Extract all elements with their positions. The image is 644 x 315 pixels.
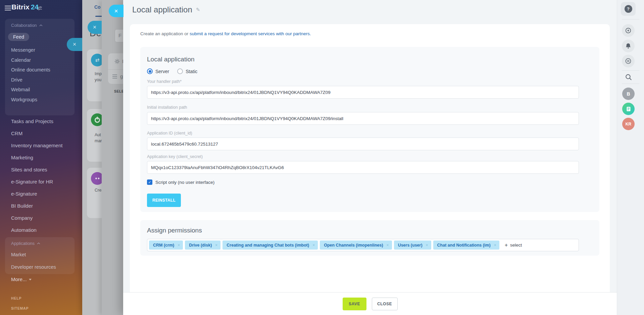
application-id-label: Application ID (client_id) <box>147 131 192 136</box>
card-text: Imp <box>95 71 102 76</box>
sidebar-item-online-documents[interactable]: Online documents <box>11 67 50 72</box>
remove-tag-icon[interactable]: × <box>215 243 217 248</box>
backdrop-tab: Co <box>94 4 101 10</box>
backdrop-filter-input: F <box>115 29 123 42</box>
permission-tag-drive[interactable]: Drive (disk)× <box>185 241 220 250</box>
sidebar-item-esignature-hr[interactable]: e-Signature for HR <box>11 179 62 185</box>
sidebar-item-company[interactable]: Company <box>11 215 62 221</box>
application-key-input[interactable] <box>147 161 579 174</box>
save-button[interactable]: SAVE <box>343 298 366 310</box>
list-icon <box>112 74 117 80</box>
backdrop-select-button: SELE <box>114 89 123 93</box>
permission-tag-imopenlines[interactable]: Open Channels (imopenlines)× <box>320 241 392 250</box>
search-button[interactable] <box>625 73 633 83</box>
search-icon <box>625 73 633 82</box>
installation-path-input[interactable] <box>147 112 579 125</box>
messenger-button[interactable] <box>622 55 635 67</box>
backdrop-card-automation: Aut mar <box>87 109 102 162</box>
avatar-b[interactable]: B <box>622 88 635 100</box>
permissions-select[interactable]: CRM (crm)× Drive (disk)× Creating and ma… <box>147 239 579 251</box>
backdrop-panel-intermediate: F I g SELE <box>102 0 123 315</box>
avatar-kr[interactable]: KR <box>622 118 635 130</box>
help-icon: ? <box>625 5 632 13</box>
close-intermediate-slider-icon: × <box>88 21 102 34</box>
permission-tag-im[interactable]: Chat and Notifications (im)× <box>433 241 499 250</box>
close-slider-button[interactable]: × <box>109 5 123 17</box>
section-heading: Local application <box>147 56 195 63</box>
tag-label: Creating and managing Chat bots (imbot) <box>227 243 309 248</box>
sidebar-item-marketing[interactable]: Marketing <box>11 155 62 161</box>
sidebar-item-webmail[interactable]: Webmail <box>11 87 30 92</box>
menu-icon[interactable] <box>5 6 11 12</box>
remove-tag-icon[interactable]: × <box>494 243 496 248</box>
sidebar-item-more[interactable]: More... <box>11 276 32 282</box>
remove-tag-icon[interactable]: × <box>387 243 389 248</box>
edit-title-icon[interactable]: ✎ <box>196 7 200 13</box>
radio-server[interactable]: Server <box>147 68 169 74</box>
sidebar-item-market[interactable]: Market <box>11 252 26 257</box>
right-toolbar: ? B KR <box>617 0 644 315</box>
gear-icon <box>114 58 120 64</box>
sidebar-item-sites-and-stores[interactable]: Sites and stores <box>11 167 62 173</box>
card-text: Crea <box>95 188 102 193</box>
row-text: g <box>120 73 123 79</box>
import-icon: ⇄ <box>91 54 102 66</box>
radio-static[interactable]: Static <box>177 68 197 74</box>
sidebar-group-collaboration: Collaboration Feed Messenger Calendar On… <box>5 19 75 115</box>
installation-path-label: Initial installation path <box>147 105 187 110</box>
news-button[interactable] <box>622 103 635 115</box>
permission-tag-user[interactable]: Users (user)× <box>394 241 431 250</box>
chevron-up-icon <box>39 24 43 27</box>
permission-tag-imbot[interactable]: Creating and managing Chat bots (imbot)× <box>222 241 318 250</box>
app-logo[interactable]: Bitrix24 <box>11 3 39 11</box>
divider <box>622 19 639 19</box>
sidebar-item-messenger[interactable]: Messenger <box>11 47 35 53</box>
sidebar-sitemap-link[interactable]: SITEMAP <box>11 306 29 310</box>
more-label: More... <box>11 276 27 282</box>
application-id-input[interactable] <box>147 138 579 150</box>
script-only-label: Script only (no user interface) <box>155 180 214 185</box>
sidebar-item-developer-resources[interactable]: Developer resources <box>11 264 56 270</box>
sidebar-item-tasks-and-projects[interactable]: Tasks and Projects <box>11 118 62 124</box>
add-permission-button[interactable]: +select <box>505 242 522 248</box>
reinstall-button[interactable]: REINSTALL <box>147 194 181 207</box>
divider <box>622 70 639 71</box>
section-heading: Assign permissions <box>147 227 202 234</box>
customize-menu-icon[interactable] <box>37 5 42 11</box>
sidebar-item-calendar[interactable]: Calendar <box>11 57 31 63</box>
handler-path-input[interactable] <box>147 86 579 99</box>
group-label-text: Applications <box>11 241 35 246</box>
sidebar-item-feed[interactable]: Feed <box>8 33 29 41</box>
sidebar-item-drive[interactable]: Drive <box>11 77 22 83</box>
dots-icon <box>91 172 102 185</box>
sidebar-item-inventory-management[interactable]: Inventory management <box>11 143 62 149</box>
script-only-checkbox[interactable]: ✓ <box>147 179 152 185</box>
radio-dot <box>177 68 183 74</box>
sidebar-group-collaboration-label[interactable]: Collaboration <box>11 23 43 28</box>
sidebar-item-bi-builder[interactable]: BI Builder <box>11 203 62 209</box>
remove-tag-icon[interactable]: × <box>178 243 180 248</box>
plus-icon: + <box>505 242 508 248</box>
partners-request-link[interactable]: submit a request for development service… <box>190 31 311 36</box>
sidebar-item-workgroups[interactable]: Workgroups <box>11 97 37 102</box>
app-type-radios: Server Static <box>147 68 197 74</box>
page-title: Local application <box>132 5 192 14</box>
assign-permissions-section: Assign permissions CRM (crm)× Drive (dis… <box>140 220 599 256</box>
logo-text: Bitrix <box>11 3 30 11</box>
sidebar-help-link[interactable]: HELP <box>11 296 21 300</box>
sidebar-item-crm[interactable]: CRM <box>11 130 62 137</box>
permission-tag-crm[interactable]: CRM (crm)× <box>149 241 183 250</box>
sidebar-group-applications: Applications Market Developer resources <box>5 237 75 274</box>
chat-icon <box>625 57 632 65</box>
radio-label: Static <box>186 69 197 74</box>
remove-tag-icon[interactable]: × <box>426 243 428 248</box>
notifications-button[interactable] <box>622 40 635 52</box>
sidebar-item-automation[interactable]: Automation <box>11 227 62 233</box>
clock-plus-icon <box>625 27 632 34</box>
help-button[interactable]: ? <box>621 2 636 16</box>
remove-tag-icon[interactable]: × <box>312 243 315 248</box>
sidebar-group-applications-label[interactable]: Applications <box>11 241 40 246</box>
sidebar-item-esignature[interactable]: e-Signature <box>11 191 62 197</box>
close-button[interactable]: CLOSE <box>372 298 398 310</box>
time-management-button[interactable] <box>622 24 635 37</box>
